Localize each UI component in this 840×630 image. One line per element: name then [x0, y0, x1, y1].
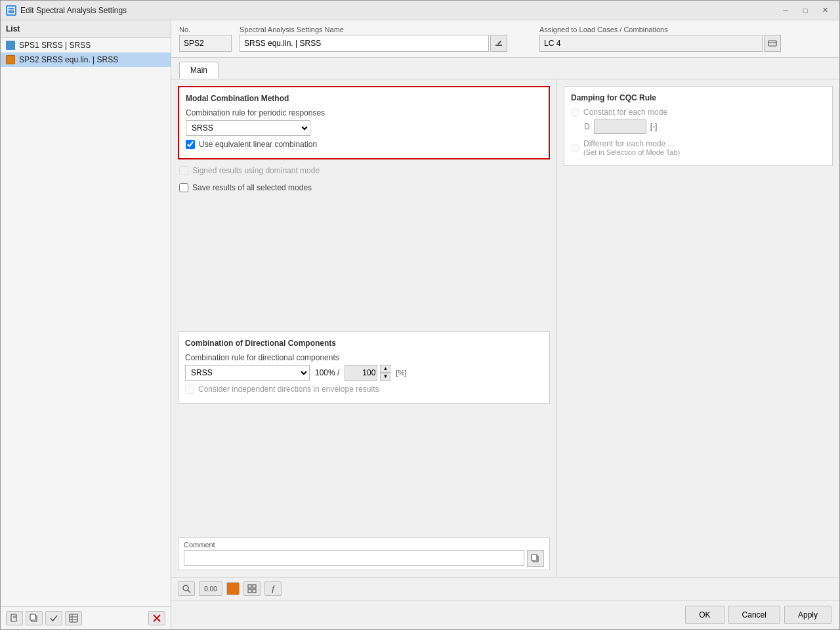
- svg-rect-13: [495, 45, 502, 46]
- spin-down-button[interactable]: ▼: [380, 373, 390, 381]
- tabs-row: Main: [171, 58, 839, 79]
- independent-directions-label: Consider independent directions in envel…: [198, 385, 379, 394]
- constant-label: Constant for each mode: [583, 108, 667, 117]
- left-spacer: [178, 200, 550, 331]
- damping-title: Damping for CQC Rule: [571, 93, 826, 102]
- window-controls: ─ □ ✕: [776, 4, 834, 17]
- table-button[interactable]: [65, 611, 82, 625]
- name-edit-button[interactable]: [490, 35, 507, 52]
- directional-box: Combination of Directional Components Co…: [178, 331, 550, 404]
- minimize-button[interactable]: ─: [776, 4, 795, 17]
- sps1-icon: [6, 41, 15, 50]
- list-item-sps2[interactable]: SPS2 SRSS equ.lin. | SRSS: [1, 52, 171, 67]
- tab-main[interactable]: Main: [179, 62, 219, 79]
- d-value-input[interactable]: [594, 119, 646, 134]
- window-title: Edit Spectral Analysis Settings: [20, 6, 776, 15]
- assigned-input[interactable]: [539, 35, 763, 52]
- left-panel-toolbar: [1, 606, 171, 629]
- directional-select[interactable]: SRSS CQC 100/30 NEWMARK: [185, 365, 310, 381]
- no-input[interactable]: [179, 35, 232, 52]
- assigned-label: Assigned to Load Cases / Combinations: [539, 26, 831, 33]
- signed-results-label: Signed results using dominant mode: [192, 166, 320, 175]
- list-item-sps1[interactable]: SPS1 SRSS | SRSS: [1, 38, 171, 52]
- svg-rect-22: [248, 589, 251, 593]
- comment-label: Comment: [184, 541, 544, 549]
- directional-rule-label: Combination rule for directional compone…: [185, 353, 543, 362]
- signed-results-row: Signed results using dominant mode: [179, 166, 549, 175]
- constant-radio[interactable]: [571, 108, 579, 117]
- svg-point-18: [183, 585, 188, 591]
- percent-input[interactable]: [345, 365, 377, 381]
- grid-toolbar-button[interactable]: [243, 581, 261, 596]
- percent-input-row: ▲ ▼: [345, 365, 390, 381]
- apply-button[interactable]: Apply: [784, 606, 831, 624]
- periodic-select[interactable]: SRSS CQC CQCR GRP DSC NRL: [186, 120, 310, 136]
- save-all-checkbox[interactable]: [179, 183, 188, 192]
- directional-title: Combination of Directional Components: [185, 339, 543, 348]
- svg-line-19: [188, 590, 190, 593]
- value-toolbar-button[interactable]: 0.00: [199, 581, 222, 596]
- cancel-button[interactable]: Cancel: [728, 606, 780, 624]
- check-button[interactable]: [45, 611, 62, 625]
- svg-rect-17: [532, 555, 537, 560]
- no-field-group: No.: [179, 26, 232, 52]
- delete-button[interactable]: [148, 611, 165, 625]
- svg-rect-14: [768, 41, 776, 46]
- new-button[interactable]: [6, 611, 23, 625]
- main-window: Edit Spectral Analysis Settings ─ □ ✕ Li…: [0, 0, 840, 630]
- svg-rect-21: [253, 585, 256, 588]
- use-equivalent-checkbox[interactable]: [186, 140, 195, 149]
- right-spacer: [564, 173, 833, 570]
- signed-results-checkbox[interactable]: [179, 166, 188, 175]
- header-row: No. Spectral Analysis Settings Name Assi…: [171, 20, 839, 58]
- left-content: Modal Combination Method Combination rul…: [171, 79, 557, 577]
- comment-copy-button[interactable]: [527, 550, 544, 567]
- ok-button[interactable]: OK: [685, 606, 724, 624]
- maximize-button[interactable]: □: [796, 4, 814, 17]
- footer: OK Cancel Apply: [171, 600, 839, 629]
- formula-toolbar-button[interactable]: f: [264, 581, 282, 596]
- list-header: List: [1, 20, 171, 38]
- name-input-group: [240, 35, 532, 52]
- name-label: Spectral Analysis Settings Name: [240, 26, 532, 33]
- color-toolbar-button[interactable]: [226, 582, 240, 595]
- periodic-row: SRSS CQC CQCR GRP DSC NRL: [186, 120, 542, 136]
- assigned-field-group: Assigned to Load Cases / Combinations: [539, 26, 831, 52]
- independent-directions-checkbox[interactable]: [185, 385, 194, 394]
- main-panel: No. Spectral Analysis Settings Name Assi…: [171, 20, 839, 629]
- comment-input[interactable]: [184, 550, 524, 566]
- different-radio[interactable]: [571, 144, 579, 152]
- search-toolbar-button[interactable]: [178, 581, 195, 596]
- svg-rect-7: [70, 614, 77, 622]
- save-all-area: Save results of all selected modes: [178, 183, 550, 195]
- svg-rect-23: [253, 589, 256, 593]
- spin-up-button[interactable]: ▲: [380, 365, 390, 373]
- different-mode-row: Different for each mode ... (Set in Sele…: [571, 139, 826, 156]
- modal-combination-title: Modal Combination Method: [186, 94, 542, 103]
- use-equivalent-row: Use equivalent linear combination: [186, 140, 542, 149]
- d-label: D: [584, 122, 590, 131]
- different-label-group: Different for each mode ... (Set in Sele…: [583, 139, 680, 156]
- use-equivalent-label: Use equivalent linear combination: [199, 140, 317, 149]
- sps2-icon: [6, 55, 15, 64]
- damping-d-row: D [-]: [584, 119, 826, 134]
- tab-content: Modal Combination Method Combination rul…: [171, 79, 839, 577]
- d-unit: [-]: [650, 122, 658, 131]
- directional-rule-row: SRSS CQC 100/30 NEWMARK 100% / ▲ ▼: [185, 365, 543, 381]
- assigned-edit-button[interactable]: [764, 35, 781, 52]
- percent-unit: [%]: [396, 369, 406, 377]
- name-input[interactable]: [240, 35, 489, 52]
- content-area: List SPS1 SRSS | SRSS SPS2 SRSS equ.lin.…: [1, 20, 839, 629]
- modal-combination-box: Modal Combination Method Combination rul…: [178, 86, 550, 159]
- svg-rect-20: [248, 585, 251, 588]
- name-field-group: Spectral Analysis Settings Name: [240, 26, 532, 52]
- svg-rect-6: [30, 614, 35, 620]
- no-label: No.: [179, 26, 232, 33]
- copy-button[interactable]: [26, 611, 43, 625]
- comment-input-row: [184, 550, 544, 567]
- sps1-label: SPS1 SRSS | SRSS: [19, 41, 91, 50]
- title-bar: Edit Spectral Analysis Settings ─ □ ✕: [1, 1, 839, 20]
- save-all-row: Save results of all selected modes: [179, 183, 549, 192]
- close-button[interactable]: ✕: [816, 4, 834, 17]
- bottom-toolbar: 0.00 f: [171, 577, 839, 600]
